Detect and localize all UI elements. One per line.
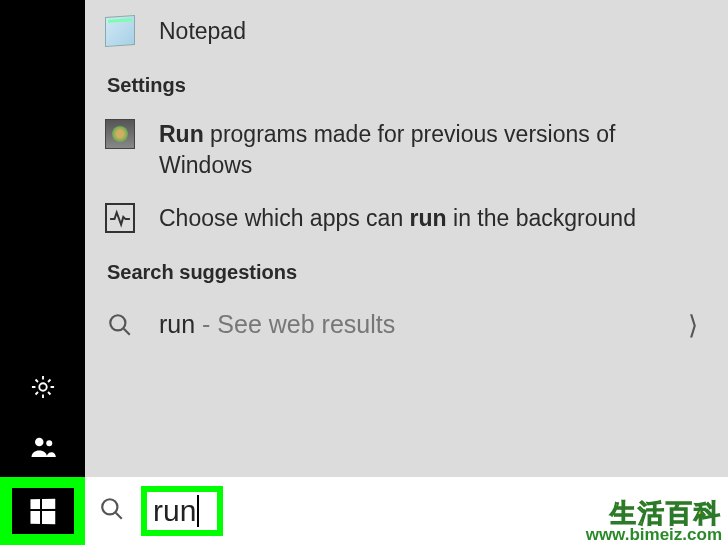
text-caret — [197, 495, 199, 527]
svg-point-5 — [102, 499, 117, 514]
result-setting-background-apps[interactable]: Choose which apps can run in the backgro… — [85, 191, 728, 245]
search-icon — [99, 496, 125, 526]
taskbar — [0, 0, 85, 545]
activity-icon — [103, 201, 137, 235]
start-button[interactable] — [0, 477, 85, 545]
result-suggestion-run[interactable]: run - See web results ⟩ — [85, 294, 728, 356]
result-label: Notepad — [159, 14, 246, 47]
result-app-notepad[interactable]: Notepad — [85, 4, 728, 58]
search-results-panel: Notepad Settings Run programs made for p… — [85, 0, 728, 477]
chevron-right-icon: ⟩ — [688, 310, 708, 341]
svg-point-2 — [46, 440, 52, 446]
result-setting-compat[interactable]: Run programs made for previous versions … — [85, 107, 728, 191]
section-header-suggestions: Search suggestions — [85, 245, 728, 294]
result-label: Choose which apps can run in the backgro… — [159, 201, 636, 234]
notepad-icon — [103, 14, 137, 48]
svg-point-3 — [110, 315, 125, 330]
svg-line-6 — [116, 513, 122, 519]
people-icon[interactable] — [0, 417, 85, 477]
search-icon — [103, 308, 137, 342]
gear-icon[interactable] — [0, 357, 85, 417]
compat-icon — [103, 117, 137, 151]
section-header-settings: Settings — [85, 58, 728, 107]
result-label: Run programs made for previous versions … — [159, 117, 708, 181]
suggestion-label: run - See web results — [159, 308, 395, 342]
windows-logo-icon — [30, 498, 55, 524]
search-bar[interactable]: run — [85, 477, 728, 545]
svg-point-1 — [35, 438, 44, 447]
svg-line-4 — [124, 329, 130, 335]
svg-point-0 — [39, 383, 46, 390]
search-input[interactable]: run — [147, 492, 217, 530]
search-input-highlight: run — [141, 486, 223, 536]
